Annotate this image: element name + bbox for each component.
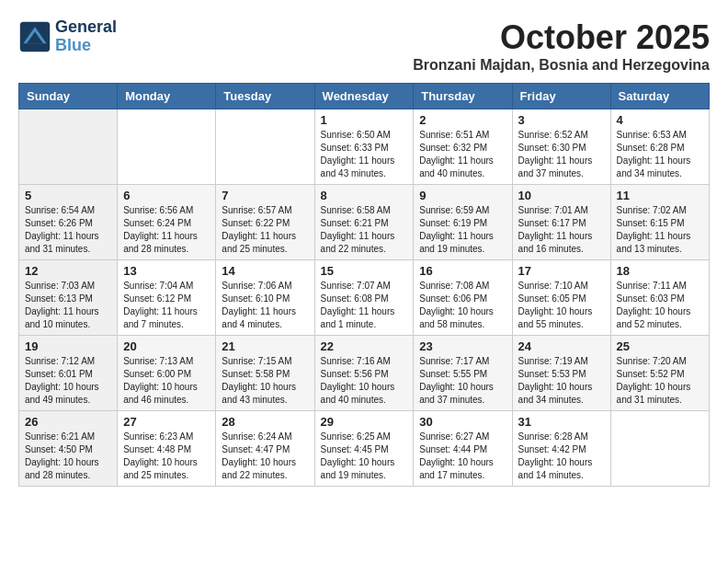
- day-number: 19: [25, 339, 111, 353]
- day-info: Sunrise: 7:07 AM Sunset: 6:08 PM Dayligh…: [321, 280, 408, 331]
- month-title: October 2025: [413, 18, 710, 57]
- calendar-week-row: 26Sunrise: 6:21 AM Sunset: 4:50 PM Dayli…: [19, 411, 710, 487]
- day-info: Sunrise: 7:01 AM Sunset: 6:17 PM Dayligh…: [518, 204, 605, 256]
- day-number: 25: [617, 339, 703, 353]
- calendar-cell: 4Sunrise: 6:53 AM Sunset: 6:28 PM Daylig…: [610, 109, 709, 185]
- weekday-header-sunday: Sunday: [19, 84, 118, 109]
- day-number: 27: [123, 415, 210, 429]
- calendar-cell: 15Sunrise: 7:07 AM Sunset: 6:08 PM Dayli…: [314, 260, 414, 336]
- day-number: 8: [321, 189, 408, 202]
- calendar-cell: 30Sunrise: 6:27 AM Sunset: 4:44 PM Dayli…: [414, 411, 512, 487]
- calendar-week-row: 12Sunrise: 7:03 AM Sunset: 6:13 PM Dayli…: [19, 260, 710, 336]
- calendar-table: SundayMondayTuesdayWednesdayThursdayFrid…: [18, 83, 710, 487]
- calendar-cell: 18Sunrise: 7:11 AM Sunset: 6:03 PM Dayli…: [610, 260, 709, 336]
- title-block: October 2025 Bronzani Majdan, Bosnia and…: [413, 18, 710, 74]
- calendar-cell: 8Sunrise: 6:58 AM Sunset: 6:21 PM Daylig…: [314, 185, 414, 260]
- calendar-cell: 1Sunrise: 6:50 AM Sunset: 6:33 PM Daylig…: [314, 109, 414, 185]
- calendar-cell: 21Sunrise: 7:15 AM Sunset: 5:58 PM Dayli…: [216, 336, 314, 411]
- day-info: Sunrise: 6:25 AM Sunset: 4:45 PM Dayligh…: [321, 431, 408, 482]
- day-info: Sunrise: 6:58 AM Sunset: 6:21 PM Dayligh…: [321, 204, 408, 256]
- logo-line1: General: [55, 18, 117, 37]
- day-number: 6: [123, 189, 210, 202]
- day-info: Sunrise: 7:12 AM Sunset: 6:01 PM Dayligh…: [25, 355, 111, 407]
- day-number: 23: [419, 339, 506, 353]
- day-number: 2: [419, 113, 506, 127]
- calendar-cell: [610, 411, 709, 487]
- day-info: Sunrise: 6:56 AM Sunset: 6:24 PM Dayligh…: [123, 204, 210, 256]
- day-number: 9: [419, 189, 506, 202]
- day-info: Sunrise: 6:53 AM Sunset: 6:28 PM Dayligh…: [617, 129, 703, 180]
- day-number: 24: [518, 339, 605, 353]
- calendar-cell: 12Sunrise: 7:03 AM Sunset: 6:13 PM Dayli…: [19, 260, 118, 336]
- calendar-cell: 5Sunrise: 6:54 AM Sunset: 6:26 PM Daylig…: [19, 185, 118, 260]
- weekday-header-thursday: Thursday: [414, 84, 512, 109]
- day-number: 18: [617, 264, 703, 278]
- calendar-cell: 16Sunrise: 7:08 AM Sunset: 6:06 PM Dayli…: [414, 260, 512, 336]
- calendar-week-row: 1Sunrise: 6:50 AM Sunset: 6:33 PM Daylig…: [19, 109, 710, 185]
- day-info: Sunrise: 7:16 AM Sunset: 5:56 PM Dayligh…: [321, 355, 408, 407]
- calendar-cell: 29Sunrise: 6:25 AM Sunset: 4:45 PM Dayli…: [314, 411, 414, 487]
- day-number: 10: [518, 189, 605, 202]
- weekday-header-wednesday: Wednesday: [314, 84, 414, 109]
- day-info: Sunrise: 7:17 AM Sunset: 5:55 PM Dayligh…: [419, 355, 506, 407]
- calendar-cell: 2Sunrise: 6:51 AM Sunset: 6:32 PM Daylig…: [414, 109, 512, 185]
- calendar-week-row: 19Sunrise: 7:12 AM Sunset: 6:01 PM Dayli…: [19, 336, 710, 411]
- calendar-cell: 3Sunrise: 6:52 AM Sunset: 6:30 PM Daylig…: [512, 109, 610, 185]
- day-number: 31: [518, 415, 605, 429]
- calendar-cell: 11Sunrise: 7:02 AM Sunset: 6:15 PM Dayli…: [610, 185, 709, 260]
- day-info: Sunrise: 6:23 AM Sunset: 4:48 PM Dayligh…: [123, 431, 210, 482]
- calendar-cell: 25Sunrise: 7:20 AM Sunset: 5:52 PM Dayli…: [610, 336, 709, 411]
- day-info: Sunrise: 7:13 AM Sunset: 6:00 PM Dayligh…: [123, 355, 210, 407]
- day-number: 13: [123, 264, 210, 278]
- calendar-week-row: 5Sunrise: 6:54 AM Sunset: 6:26 PM Daylig…: [19, 185, 710, 260]
- calendar-cell: 7Sunrise: 6:57 AM Sunset: 6:22 PM Daylig…: [216, 185, 314, 260]
- day-number: 5: [25, 189, 111, 202]
- day-info: Sunrise: 6:50 AM Sunset: 6:33 PM Dayligh…: [321, 129, 408, 180]
- day-info: Sunrise: 7:06 AM Sunset: 6:10 PM Dayligh…: [222, 280, 308, 331]
- day-info: Sunrise: 6:54 AM Sunset: 6:26 PM Dayligh…: [25, 204, 111, 256]
- calendar-cell: 10Sunrise: 7:01 AM Sunset: 6:17 PM Dayli…: [512, 185, 610, 260]
- day-info: Sunrise: 7:15 AM Sunset: 5:58 PM Dayligh…: [222, 355, 308, 407]
- day-number: 20: [123, 339, 210, 353]
- day-info: Sunrise: 7:04 AM Sunset: 6:12 PM Dayligh…: [123, 280, 210, 331]
- calendar-cell: 14Sunrise: 7:06 AM Sunset: 6:10 PM Dayli…: [216, 260, 314, 336]
- day-info: Sunrise: 6:21 AM Sunset: 4:50 PM Dayligh…: [25, 431, 111, 482]
- calendar-cell: 27Sunrise: 6:23 AM Sunset: 4:48 PM Dayli…: [118, 411, 216, 487]
- calendar-cell: [118, 109, 216, 185]
- day-number: 30: [419, 415, 506, 429]
- calendar-cell: 24Sunrise: 7:19 AM Sunset: 5:53 PM Dayli…: [512, 336, 610, 411]
- day-info: Sunrise: 6:27 AM Sunset: 4:44 PM Dayligh…: [419, 431, 506, 482]
- day-info: Sunrise: 6:28 AM Sunset: 4:42 PM Dayligh…: [518, 431, 605, 482]
- day-info: Sunrise: 7:19 AM Sunset: 5:53 PM Dayligh…: [518, 355, 605, 407]
- day-info: Sunrise: 6:52 AM Sunset: 6:30 PM Dayligh…: [518, 129, 605, 180]
- location-title: Bronzani Majdan, Bosnia and Herzegovina: [413, 57, 710, 74]
- day-number: 22: [321, 339, 408, 353]
- calendar-cell: 22Sunrise: 7:16 AM Sunset: 5:56 PM Dayli…: [314, 336, 414, 411]
- day-number: 4: [617, 113, 703, 127]
- day-number: 29: [321, 415, 408, 429]
- day-number: 16: [419, 264, 506, 278]
- day-number: 14: [222, 264, 308, 278]
- calendar-cell: 23Sunrise: 7:17 AM Sunset: 5:55 PM Dayli…: [414, 336, 512, 411]
- logo-icon: [18, 20, 51, 53]
- calendar-header-row: SundayMondayTuesdayWednesdayThursdayFrid…: [19, 84, 710, 109]
- day-info: Sunrise: 7:20 AM Sunset: 5:52 PM Dayligh…: [617, 355, 703, 407]
- day-number: 26: [25, 415, 111, 429]
- day-info: Sunrise: 6:51 AM Sunset: 6:32 PM Dayligh…: [419, 129, 506, 180]
- calendar-cell: 26Sunrise: 6:21 AM Sunset: 4:50 PM Dayli…: [19, 411, 118, 487]
- calendar-cell: 31Sunrise: 6:28 AM Sunset: 4:42 PM Dayli…: [512, 411, 610, 487]
- calendar-cell: [216, 109, 314, 185]
- day-number: 12: [25, 264, 111, 278]
- day-info: Sunrise: 6:24 AM Sunset: 4:47 PM Dayligh…: [222, 431, 308, 482]
- day-info: Sunrise: 7:08 AM Sunset: 6:06 PM Dayligh…: [419, 280, 506, 331]
- weekday-header-tuesday: Tuesday: [216, 84, 314, 109]
- day-number: 1: [321, 113, 408, 127]
- day-number: 28: [222, 415, 308, 429]
- day-info: Sunrise: 7:11 AM Sunset: 6:03 PM Dayligh…: [617, 280, 703, 331]
- weekday-header-saturday: Saturday: [610, 84, 709, 109]
- day-info: Sunrise: 6:59 AM Sunset: 6:19 PM Dayligh…: [419, 204, 506, 256]
- calendar-cell: 9Sunrise: 6:59 AM Sunset: 6:19 PM Daylig…: [414, 185, 512, 260]
- day-number: 17: [518, 264, 605, 278]
- calendar-cell: [19, 109, 118, 185]
- calendar-cell: 13Sunrise: 7:04 AM Sunset: 6:12 PM Dayli…: [118, 260, 216, 336]
